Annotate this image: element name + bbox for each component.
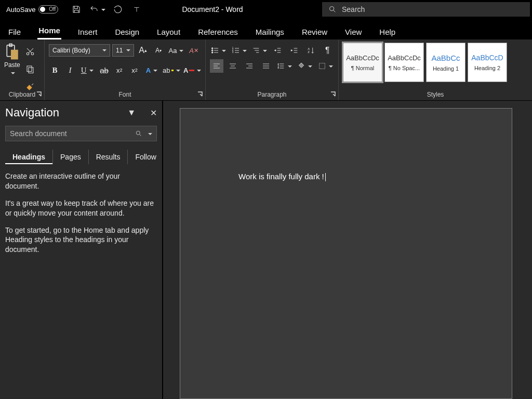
strikethrough-button[interactable]: ab <box>98 63 110 77</box>
main-area: Navigation ▼ ✕ Search document Headings … <box>0 101 532 399</box>
bold-button[interactable]: B <box>49 63 61 77</box>
tab-file[interactable]: File <box>7 23 22 39</box>
group-label-font: Font <box>45 91 205 98</box>
tab-design[interactable]: Design <box>114 23 140 39</box>
nav-hint-3: To get started, go to the Home tab and a… <box>5 225 156 255</box>
italic-button[interactable]: I <box>64 63 76 77</box>
chevron-down-icon <box>9 70 15 77</box>
document-area[interactable]: Work is finally fully dark ! <box>163 101 532 399</box>
dialog-launcher-icon[interactable] <box>36 91 42 97</box>
nav-title: Navigation <box>5 106 59 119</box>
qat-customize-icon[interactable] <box>130 3 143 16</box>
subscript-button[interactable]: x2 <box>113 63 125 77</box>
nav-tab-follow[interactable]: Follow <box>127 150 163 164</box>
nav-tab-headings[interactable]: Headings <box>5 150 52 164</box>
group-clipboard: Paste Clipboard <box>0 39 45 100</box>
highlight-color-icon[interactable]: ab <box>163 63 180 77</box>
ribbon: Paste Clipboard Calibri (Body) 11 A▴ <box>0 39 532 101</box>
decrease-indent-icon[interactable] <box>272 44 285 57</box>
tab-references[interactable]: References <box>197 23 239 39</box>
tab-layout[interactable]: Layout <box>156 23 181 39</box>
copy-icon[interactable] <box>23 62 37 76</box>
tab-help[interactable]: Help <box>378 23 396 39</box>
navigation-pane: Navigation ▼ ✕ Search document Headings … <box>0 101 163 399</box>
clear-formatting-icon[interactable]: A✕ <box>187 44 201 57</box>
text-cursor-icon <box>325 173 326 181</box>
bullets-icon[interactable] <box>210 44 228 57</box>
font-name-combo[interactable]: Calibri (Body) <box>49 44 110 57</box>
style-no-spacing[interactable]: AaBbCcDc ¶ No Spac... <box>384 43 424 82</box>
undo-icon[interactable] <box>88 3 106 16</box>
align-left-icon[interactable] <box>210 59 223 73</box>
svg-rect-6 <box>27 66 32 72</box>
document-body-text: Work is finally fully dark ! <box>238 172 324 181</box>
chevron-down-icon[interactable] <box>147 129 152 138</box>
save-icon[interactable] <box>70 3 83 16</box>
toggle-knob-icon <box>40 7 45 12</box>
autosave-toggle[interactable]: AutoSave Off <box>2 5 62 14</box>
quick-access-toolbar <box>66 3 147 16</box>
shading-icon[interactable] <box>296 59 314 73</box>
group-font: Calibri (Body) 11 A▴ A▾ Aa A✕ B I U ab x… <box>45 39 206 100</box>
document-page[interactable]: Work is finally fully dark ! <box>180 108 512 399</box>
nav-dropdown-icon[interactable]: ▼ <box>127 108 136 117</box>
group-styles: AaBbCcDc ¶ Normal AaBbCcDc ¶ No Spac... … <box>339 39 532 100</box>
svg-rect-16 <box>319 63 325 69</box>
increase-indent-icon[interactable] <box>288 44 301 57</box>
numbering-icon[interactable]: 123 <box>231 44 248 57</box>
tab-insert[interactable]: Insert <box>77 23 99 39</box>
redo-icon[interactable] <box>111 3 125 16</box>
svg-point-10 <box>212 52 214 54</box>
style-heading-2[interactable]: AaBbCcD Heading 2 <box>468 43 507 82</box>
svg-rect-3 <box>11 50 18 59</box>
underline-button[interactable]: U <box>79 63 95 77</box>
shrink-font-icon[interactable]: A▾ <box>152 44 165 57</box>
borders-icon[interactable] <box>317 59 335 73</box>
style-heading-1[interactable]: AaBbCc Heading 1 <box>426 43 466 82</box>
tab-view[interactable]: View <box>344 23 363 39</box>
dialog-launcher-icon[interactable] <box>197 91 203 97</box>
align-right-icon[interactable] <box>243 59 256 73</box>
multilevel-list-icon[interactable] <box>251 44 269 57</box>
svg-text:3: 3 <box>232 51 233 54</box>
search-icon <box>135 130 142 137</box>
svg-point-17 <box>136 131 140 135</box>
font-size-combo[interactable]: 11 <box>112 44 134 57</box>
superscript-button[interactable]: x2 <box>128 63 140 77</box>
text-effects-icon[interactable]: A <box>144 63 159 77</box>
document-title: Document2 - Word <box>182 5 243 14</box>
search-icon <box>328 5 337 14</box>
change-case-icon[interactable]: Aa <box>167 44 185 57</box>
nav-body: Create an interactive outline of your do… <box>5 171 157 262</box>
svg-point-8 <box>212 48 214 49</box>
line-spacing-icon[interactable] <box>276 59 294 73</box>
nav-close-icon[interactable]: ✕ <box>150 108 157 118</box>
autosave-label: AutoSave <box>6 6 35 14</box>
nav-tab-pages[interactable]: Pages <box>52 150 88 164</box>
justify-icon[interactable] <box>259 59 273 73</box>
nav-tab-results[interactable]: Results <box>88 150 128 164</box>
group-paragraph: 123 AZ ¶ Paragraph <box>206 39 339 100</box>
sort-icon[interactable]: AZ <box>304 44 318 57</box>
nav-hint-2: It's a great way to keep track of where … <box>5 198 156 218</box>
autosave-switch[interactable]: Off <box>38 5 58 14</box>
grow-font-icon[interactable]: A▴ <box>136 44 150 57</box>
font-color-icon[interactable]: A <box>183 63 201 77</box>
tab-mailings[interactable]: Mailings <box>255 23 285 39</box>
nav-search[interactable]: Search document <box>5 126 157 141</box>
group-label-paragraph: Paragraph <box>206 91 338 98</box>
show-paragraph-marks-icon[interactable]: ¶ <box>321 44 334 57</box>
title-bar: AutoSave Off Document2 - Word Search <box>0 0 532 19</box>
align-center-icon[interactable] <box>227 59 240 73</box>
title-search[interactable]: Search <box>322 2 530 17</box>
svg-point-9 <box>212 50 214 51</box>
svg-text:A: A <box>308 47 310 50</box>
dialog-launcher-icon[interactable] <box>330 91 336 97</box>
nav-search-placeholder: Search document <box>10 129 135 138</box>
tab-home[interactable]: Home <box>37 22 61 39</box>
tab-review[interactable]: Review <box>301 23 328 39</box>
style-normal[interactable]: AaBbCcDc ¶ Normal <box>343 43 382 82</box>
title-search-placeholder: Search <box>342 5 365 14</box>
cut-icon[interactable] <box>23 45 37 58</box>
svg-point-0 <box>330 7 334 11</box>
